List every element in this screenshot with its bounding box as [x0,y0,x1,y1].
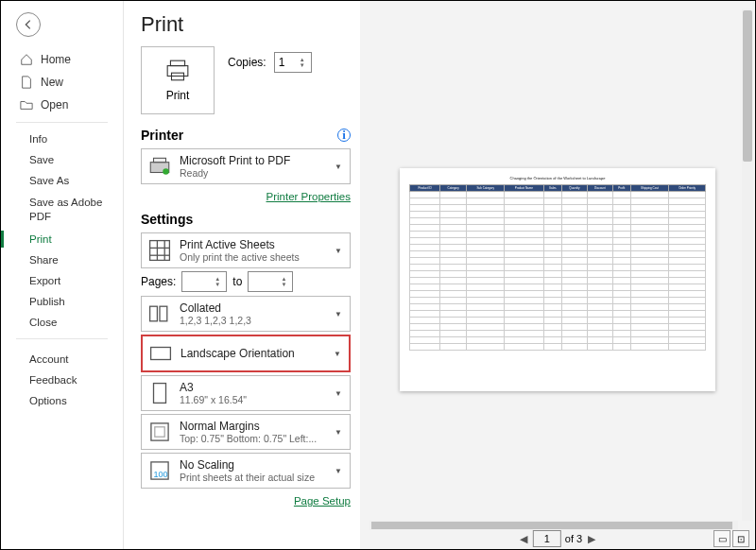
svg-rect-6 [150,241,170,261]
copies-input[interactable]: 1▲▼ [274,52,312,73]
chevron-down-icon: ▼ [333,467,344,475]
pages-to-input[interactable]: ▲▼ [248,271,293,292]
nav-print[interactable]: Print [1,229,123,249]
print-what-select[interactable]: Print Active SheetsOnly print the active… [141,232,351,268]
collate-select[interactable]: Collated1,2,3 1,2,3 1,2,3 ▼ [141,296,351,332]
landscape-icon [148,341,173,366]
orientation-select[interactable]: Landscape Orientation ▼ [141,335,351,372]
settings-heading: Settings [141,212,193,227]
printer-properties-link[interactable]: Printer Properties [266,191,351,202]
copies-down[interactable]: ▼ [300,62,307,68]
document-icon [20,76,33,89]
svg-rect-15 [151,423,168,440]
zoom-fit-button[interactable]: ▭ [713,530,730,547]
home-icon [20,53,33,66]
nav-save-as[interactable]: Save As [1,170,123,191]
nav-export[interactable]: Export [1,270,123,291]
page-setup-link[interactable]: Page Setup [294,495,351,507]
chevron-down-icon: ▼ [333,310,344,318]
page-preview: Changing the Orientation of the Workshee… [400,168,715,391]
svg-rect-11 [150,306,158,321]
next-page-button[interactable]: ▶ [586,533,597,545]
margins-select[interactable]: Normal MarginsTop: 0.75" Bottom: 0.75" L… [141,414,351,450]
svg-rect-0 [170,60,184,65]
printer-icon [165,59,190,83]
page-navigation: ◀ 1 of 3 ▶ [518,530,597,547]
chevron-down-icon: ▼ [333,428,344,437]
scaling-select[interactable]: 100 No ScalingPrint sheets at their actu… [141,453,351,489]
preview-title: Changing the Orientation of the Workshee… [409,176,706,180]
nav-close[interactable]: Close [1,312,123,333]
pages-label: Pages: [141,275,176,288]
nav-info[interactable]: Info [1,129,123,149]
printer-heading: Printer [141,128,183,143]
sidebar: Home New Open Info Save Save As Save as … [1,1,124,549]
nav-new[interactable]: New [1,71,123,94]
svg-rect-4 [154,158,166,162]
pages-to-label: to [232,275,242,288]
chevron-down-icon: ▼ [332,350,343,358]
nav-home[interactable]: Home [1,48,123,71]
page-title: Print [141,12,351,37]
sheets-icon [147,238,172,263]
settings-panel: Print Print Copies: 1▲▼ Printeri Microso… [124,1,360,549]
svg-rect-12 [160,306,167,321]
svg-rect-14 [154,384,166,404]
nav-account[interactable]: Account [1,349,123,370]
nav-options[interactable]: Options [1,390,123,411]
pages-from-input[interactable]: ▲▼ [181,271,227,292]
nav-feedback[interactable]: Feedback [1,370,123,390]
paper-icon [147,381,172,405]
paper-size-select[interactable]: A311.69" x 16.54" ▼ [141,375,351,411]
svg-point-5 [163,168,169,175]
copies-label: Copies: [228,56,266,69]
scaling-icon: 100 [147,458,172,483]
print-button[interactable]: Print [141,46,215,114]
nav-share[interactable]: Share [1,249,123,270]
chevron-down-icon: ▼ [333,389,344,398]
margins-icon [147,420,172,444]
svg-rect-13 [151,348,171,360]
collate-icon [147,301,172,326]
nav-save-adobe[interactable]: Save as Adobe PDF [1,191,123,229]
nav-publish[interactable]: Publish [1,291,123,312]
page-total: of 3 [565,533,582,544]
preview-area: Changing the Orientation of the Workshee… [360,1,755,549]
horizontal-scrollbar[interactable] [369,521,738,530]
chevron-down-icon: ▼ [333,163,344,171]
nav-save[interactable]: Save [1,149,123,170]
svg-text:100: 100 [154,470,168,479]
zoom-page-button[interactable]: ⊡ [732,530,749,547]
page-number-input[interactable]: 1 [533,530,561,547]
prev-page-button[interactable]: ◀ [518,533,529,545]
folder-icon [20,98,33,112]
svg-rect-1 [167,66,188,77]
svg-rect-16 [155,427,164,437]
chevron-down-icon: ▼ [333,247,344,255]
printer-device-icon [147,154,172,179]
arrow-left-icon [22,18,35,31]
preview-table: Product IDCategorySub CategoryProduct Na… [409,184,706,351]
back-button[interactable] [16,12,41,37]
vertical-scrollbar[interactable] [742,9,753,521]
nav-open[interactable]: Open [1,94,123,116]
printer-select[interactable]: Microsoft Print to PDFReady ▼ [141,148,351,184]
info-icon[interactable]: i [337,129,351,142]
